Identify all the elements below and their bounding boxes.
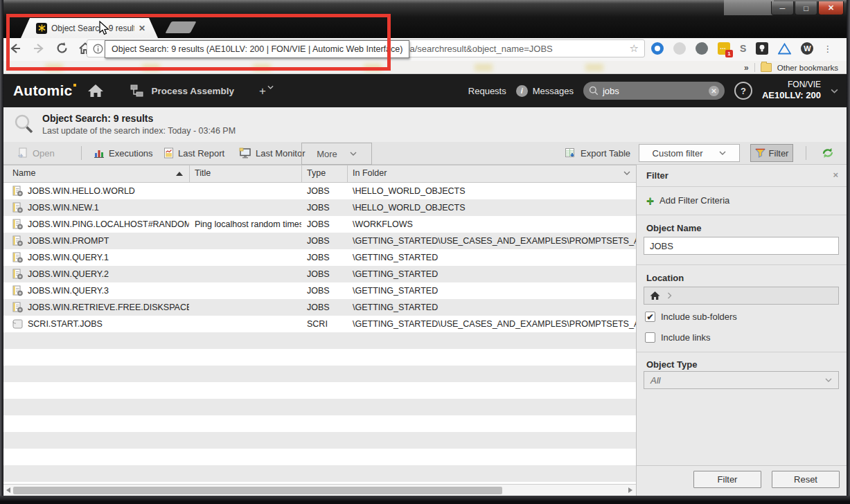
table-row[interactable]: JOBS.WIN.HELLO.WORLDJOBS\HELLO_WORLD_OBJ… (3, 183, 636, 199)
extension-lightbulb-icon[interactable] (756, 42, 768, 55)
requests-button[interactable]: Requests (468, 86, 506, 96)
other-bookmarks-button[interactable]: Other bookmarks (777, 64, 838, 72)
location-breadcrumb[interactable] (644, 287, 839, 305)
cell-name: JOBS.WIN.NEW.1 (3, 202, 189, 213)
results-table: Name Title Type In Folder JOBS.WIN.HELLO… (3, 165, 636, 496)
extension-triangle-icon[interactable] (778, 43, 791, 55)
table-row[interactable]: JOBS.WIN.PING.LOCALHOST#RANDOMPing local… (3, 216, 636, 233)
last-monitor-button[interactable]: Last Monitor (239, 142, 306, 164)
reset-filter-button[interactable]: Reset (772, 471, 840, 488)
table-body: JOBS.WIN.HELLO.WORLDJOBS\HELLO_WORLD_OBJ… (3, 183, 636, 484)
user-connection-menu[interactable]: FON/VIE AE10LLV: 200 (762, 80, 821, 101)
table-row[interactable]: JOBS.WIN.QUERY.2JOBS\GETTING_STARTED (3, 266, 636, 282)
page-title: Object Search: 9 results (42, 113, 153, 124)
tab-close-icon[interactable]: ✕ (139, 24, 145, 33)
apply-filter-button[interactable]: Filter (693, 471, 761, 488)
close-filter-icon[interactable]: × (833, 170, 838, 180)
object-search-icon (13, 114, 35, 136)
cell-in-folder: \GETTING_STARTED\USE_CASES_AND_EXAMPLES\… (347, 319, 636, 329)
empty-table-stripe (3, 432, 636, 449)
extension-gray-circle-icon[interactable] (673, 42, 686, 55)
scroll-left-icon[interactable] (6, 487, 10, 493)
cell-type: JOBS (301, 203, 347, 213)
cell-in-folder: \GETTING_STARTED (347, 286, 636, 296)
chevron-down-icon (350, 152, 357, 156)
more-dropdown[interactable]: More (301, 143, 372, 165)
empty-table-stripe (3, 332, 636, 349)
chevron-down-icon (719, 151, 726, 155)
app-home-icon[interactable] (87, 83, 104, 98)
titlebar-artifact (724, 0, 774, 15)
bookmark-star-icon[interactable]: ☆ (630, 42, 639, 55)
global-search-input[interactable]: jobs ✕ (583, 82, 725, 100)
forward-icon[interactable] (32, 42, 46, 55)
divider (81, 146, 82, 160)
scroll-right-icon[interactable] (628, 487, 632, 493)
table-row[interactable]: JOBS.WIN.RETRIEVE.FREE.DISKSPACEJOBS\GET… (3, 299, 636, 316)
filter-toggle-button[interactable]: Filter (750, 144, 793, 162)
bookmark-favicon-blur (253, 64, 271, 71)
cell-name: JOBS.WIN.QUERY.2 (3, 269, 189, 280)
cell-name: SCRI.START.JOBS (3, 318, 189, 330)
scrollbar-thumb[interactable] (13, 487, 502, 494)
table-row[interactable]: JOBS.WIN.QUERY.3JOBS\GETTING_STARTED (3, 282, 636, 299)
cell-type: JOBS (301, 219, 347, 229)
table-row[interactable]: SCRI.START.JOBSSCRI\GETTING_STARTED\USE_… (3, 316, 636, 332)
executions-button[interactable]: Executions (94, 142, 153, 164)
messages-button[interactable]: i Messages (516, 85, 574, 97)
empty-table-stripe (3, 366, 636, 382)
empty-table-stripe (3, 399, 636, 415)
export-table-icon (565, 147, 576, 159)
column-header-type[interactable]: Type (307, 168, 326, 178)
cell-in-folder: \GETTING_STARTED\USE_CASES_AND_EXAMPLES\… (347, 236, 636, 246)
page-subtitle: Last update of the search index: Today -… (42, 126, 236, 136)
bookmark-favicon-blur (475, 64, 493, 71)
bookmarks-overflow-icon[interactable]: » (744, 63, 749, 73)
table-row[interactable]: JOBS.WIN.QUERY.1JOBS\GETTING_STARTED (3, 249, 636, 266)
include-links-checkbox[interactable]: Include links (645, 332, 711, 343)
cell-type: JOBS (301, 303, 347, 312)
jobs-object-icon (12, 302, 23, 313)
column-header-in-folder[interactable]: In Folder (353, 168, 387, 178)
export-table-button[interactable]: Export Table (565, 142, 630, 164)
chevron-down-icon (267, 85, 274, 89)
horizontal-scrollbar[interactable] (3, 484, 636, 496)
open-button[interactable]: Open (17, 142, 55, 164)
tab-process-assembly[interactable]: Process Assembly (130, 84, 234, 98)
column-menu-icon[interactable] (623, 171, 630, 175)
add-view-button[interactable]: + (259, 85, 274, 97)
restore-button[interactable]: □ (795, 1, 817, 15)
reload-icon[interactable] (55, 42, 69, 55)
page-info-icon[interactable] (93, 44, 103, 54)
table-row[interactable]: JOBS.WIN.NEW.1JOBS\HELLO_WORLD_OBJECTS (3, 199, 636, 216)
close-button[interactable]: ✕ (818, 1, 844, 15)
app-bar: Automic Process Assembly + Requests i Me… (3, 74, 847, 107)
last-report-button[interactable]: Last Report (163, 142, 224, 164)
minimize-button[interactable]: ─ (771, 1, 794, 15)
object-name-input[interactable]: JOBS (644, 237, 839, 255)
extension-blue-ring-icon[interactable] (651, 42, 664, 55)
clear-search-icon[interactable]: ✕ (709, 86, 719, 96)
refresh-button[interactable] (821, 142, 835, 164)
column-header-title[interactable]: Title (195, 168, 211, 178)
bookmarks-bar: » Other bookmarks (3, 61, 847, 74)
cell-type: JOBS (301, 186, 347, 196)
help-button[interactable]: ? (734, 82, 752, 100)
extension-s-icon[interactable]: S (740, 43, 746, 54)
extension-w-icon[interactable]: W (801, 42, 813, 55)
browser-tab[interactable]: Object Search: 9 results ( ✕ (21, 18, 158, 38)
column-header-name[interactable]: Name (12, 168, 35, 178)
object-type-select[interactable]: All (644, 371, 839, 389)
table-row[interactable]: JOBS.WIN.PROMPTJOBS\GETTING_STARTED\USE_… (3, 233, 636, 249)
bookmark-favicon-blur (364, 64, 382, 71)
include-subfolders-checkbox[interactable]: ✔ Include sub-folders (645, 312, 737, 322)
browser-menu-icon[interactable]: ⋮ (823, 47, 827, 51)
back-icon[interactable] (8, 42, 22, 55)
custom-filter-dropdown[interactable]: Custom filter (639, 144, 740, 162)
page-header: Object Search: 9 results Last update of … (3, 107, 847, 142)
window-frame (847, 0, 850, 504)
cell-type: SCRI (301, 319, 347, 329)
add-filter-criteria-button[interactable]: + Add Filter Criteria (646, 195, 729, 206)
extension-dark-circle-icon[interactable] (696, 42, 708, 55)
extension-notes-icon[interactable]: … 1 (718, 42, 730, 55)
